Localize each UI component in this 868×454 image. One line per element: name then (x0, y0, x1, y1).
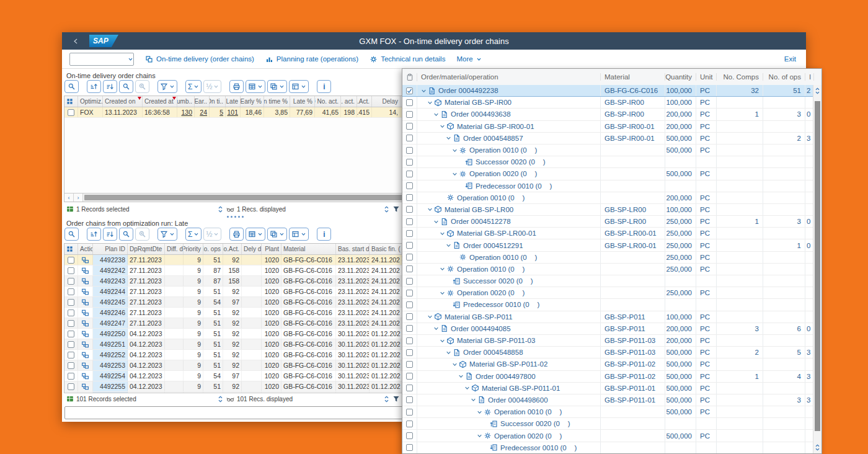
action-cell[interactable] (78, 339, 93, 349)
tree-node-cell[interactable]: Successor 0020 (0 ) (417, 418, 601, 429)
tree-node-cell[interactable]: Operation 0010 (0 ) (417, 406, 601, 417)
tree-row[interactable]: Operation 0020 (0 )500,000PC (402, 168, 813, 180)
column-header[interactable]: Numb.. (177, 96, 195, 107)
tree-column-header[interactable]: No. Comps (717, 73, 763, 81)
tree-node-cell[interactable]: Order 0004497800 (417, 371, 601, 382)
scrollbar-thumb[interactable] (815, 101, 820, 431)
tree-row-select-cell[interactable] (402, 156, 417, 167)
tree-row[interactable]: Successor 0020 (0 ) (402, 275, 813, 287)
tree-row-select-cell[interactable] (402, 358, 417, 370)
copy-button[interactable] (267, 228, 287, 241)
tree-row-select-cell[interactable] (402, 168, 417, 179)
checkbox[interactable] (406, 385, 413, 391)
checkbox[interactable] (406, 171, 413, 177)
collapse-icon[interactable] (476, 433, 484, 438)
column-header[interactable]: Created at (143, 96, 177, 107)
tree-node-cell[interactable]: Operation 0010 (0 ) (417, 252, 601, 263)
collapse-icon[interactable] (451, 148, 459, 153)
row-select-cell[interactable] (64, 265, 78, 275)
row-select-cell[interactable] (64, 287, 78, 296)
tree-node-cell[interactable]: Material GB-SP-P011-03 (417, 335, 601, 346)
cell-link[interactable]: 101 (227, 109, 238, 116)
column-header[interactable]: On time % (264, 96, 290, 107)
checkbox[interactable] (406, 373, 413, 380)
copy-button[interactable] (267, 80, 287, 93)
tree-row-select-cell[interactable] (402, 311, 417, 323)
checkbox[interactable] (68, 320, 74, 327)
checkbox[interactable] (406, 325, 413, 332)
scrollbar-thumb[interactable] (84, 195, 404, 200)
tree-row[interactable]: Order 0004494085GB-SP-P011200,000PC360 (402, 323, 813, 335)
checkbox[interactable] (406, 135, 413, 141)
action-cell[interactable] (78, 371, 93, 381)
table-row[interactable]: 449225504.12.2023951921020GB-FG-C6-C0163… (64, 381, 405, 392)
table-row[interactable]: 449225304.12.2023951921020GB-FG-C6-C0163… (64, 360, 405, 371)
tree-row[interactable]: Operation 0020 (0 )500,000PC (402, 430, 813, 442)
row-select-cell[interactable] (64, 308, 78, 318)
tree-row[interactable]: Operation 0010 (0 )250,000PC (402, 252, 813, 264)
sum-button[interactable]: Σ (185, 80, 202, 93)
menu-item-on-time-delivery-order-chains[interactable]: On-time delivery (order chains) (145, 55, 254, 63)
info-button[interactable]: i (317, 228, 331, 241)
checkbox[interactable] (68, 309, 74, 316)
action-cell[interactable] (78, 287, 93, 296)
collapse-icon[interactable] (457, 373, 465, 379)
tree-node-cell[interactable]: Material GB-SP-P011-01 (417, 383, 601, 394)
collapse-icon[interactable] (426, 100, 434, 105)
tree-row-select-cell[interactable] (402, 442, 417, 453)
checkbox[interactable] (406, 337, 413, 344)
column-header[interactable]: No.Act. (223, 244, 242, 254)
row-select-cell[interactable] (64, 339, 78, 349)
tree-node-cell[interactable]: Order 0004493638 (417, 109, 601, 120)
action-cell[interactable] (78, 276, 93, 286)
tree-node-cell[interactable]: Order 0004512291 (417, 239, 601, 251)
tree-row[interactable]: Material GB-SP-P011-03GB-SP-P011-03200,0… (402, 335, 813, 347)
tree-node-cell[interactable]: Material GB-SP-LR00-01 (417, 228, 601, 239)
tree-column-header[interactable]: I (805, 73, 814, 81)
tree-node-cell[interactable]: Material GB-SP-IR00 (417, 97, 601, 108)
table-row[interactable]: 449224427.11.2023951921020GB-FG-C6-C0162… (64, 287, 405, 297)
details-button[interactable] (64, 228, 79, 241)
tree-row[interactable]: Order 0004493638GB-SP-IR00200,000PC130 (402, 109, 813, 120)
tree-row[interactable]: Material GB-SP-IR00GB-SP-IR00100,000PC (402, 97, 813, 109)
checkbox[interactable] (406, 361, 413, 368)
tree-row-select-cell[interactable] (402, 97, 417, 108)
tree-node-cell[interactable]: Predecessor 0010 (0 ) (417, 180, 601, 192)
table-row[interactable]: 449225104.12.2023951921020GB-FG-C6-C0163… (64, 339, 405, 350)
tree-row[interactable]: Order 0004512291GB-SP-LR00-01250,000PC10 (402, 239, 813, 251)
row-select-cell[interactable] (64, 255, 78, 265)
tree-row[interactable]: Order 0004498600GB-SP-P011-01500,000PC33 (402, 394, 813, 406)
checkbox[interactable] (406, 159, 413, 166)
tree-row-select-cell[interactable] (402, 228, 417, 239)
table-row[interactable]: 449225404.12.2023954971020GB-FG-C6-C0163… (64, 371, 405, 381)
checkbox[interactable] (406, 123, 413, 130)
table-row[interactable]: 449224327.11.20239871581020GB-FG-C6-C016… (64, 276, 405, 287)
sort-ascending-button[interactable] (87, 228, 101, 241)
spinner-icon[interactable] (218, 203, 223, 215)
collapse-icon[interactable] (451, 171, 459, 177)
column-header[interactable]: Dely da.. (242, 244, 262, 254)
tree-row-select-cell[interactable] (402, 180, 417, 192)
column-header[interactable]: Plant (262, 244, 281, 254)
tree-row[interactable]: Material GB-SP-P011GB-SP-P011100,000PC (402, 311, 813, 323)
column-header[interactable]: Early % (241, 96, 264, 107)
checkbox[interactable] (406, 147, 413, 154)
checkbox[interactable] (68, 278, 74, 285)
menu-item-more[interactable]: More (456, 55, 481, 63)
tree-column-header[interactable]: Material (601, 73, 665, 81)
checkbox[interactable] (68, 109, 74, 116)
tree-row-select-cell[interactable] (402, 264, 417, 275)
tree-node-cell[interactable]: Predecessor 0010 (0 ) (417, 299, 601, 310)
tree-node-cell[interactable]: Order 0004548857 (417, 133, 601, 144)
collapse-icon[interactable] (445, 135, 453, 141)
column-header[interactable]: Priority (184, 244, 203, 254)
menu-item-technical-run-details[interactable]: Technical run details (370, 55, 445, 63)
action-cell[interactable] (78, 350, 93, 360)
tree-node-cell[interactable]: Successor 0020 (0 ) (417, 275, 601, 287)
column-header[interactable]: Late % (290, 96, 315, 107)
checkbox[interactable] (406, 194, 413, 201)
checkbox[interactable] (68, 362, 74, 369)
tree-row-select-cell[interactable] (402, 371, 417, 382)
table-row[interactable]: 449223827.11.2023951921020GB-FG-C6-C0162… (64, 255, 405, 265)
collapse-icon[interactable] (426, 207, 434, 212)
